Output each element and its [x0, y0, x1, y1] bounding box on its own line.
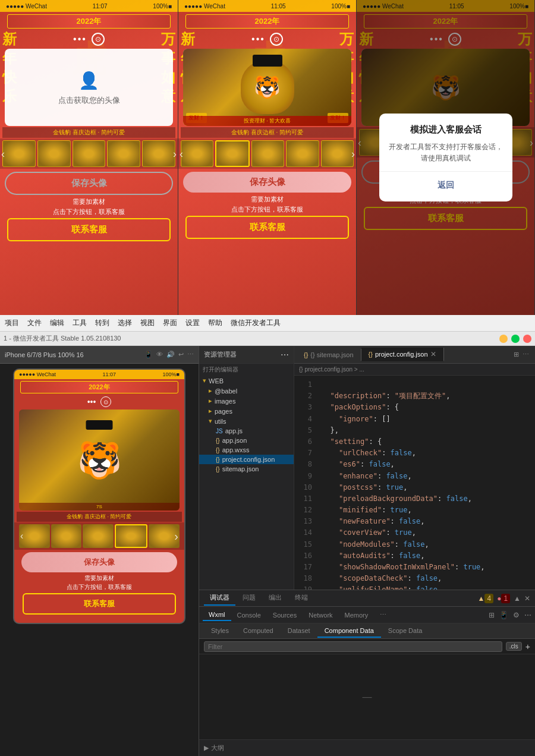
menu-item-help[interactable]: 帮助 — [208, 318, 222, 328]
file-tree-appjson[interactable]: {} app.json — [199, 436, 294, 445]
subtab-computed[interactable]: Computed — [236, 625, 281, 638]
menu-item-project[interactable]: 项目 — [5, 318, 19, 328]
thumb-2[interactable] — [37, 140, 71, 167]
subtab-styles[interactable]: Styles — [204, 625, 236, 638]
camera-icon[interactable]: ⊙ — [92, 33, 105, 46]
wxml-tab-memory[interactable]: Memory — [339, 610, 374, 620]
next-arrow[interactable]: › — [173, 147, 177, 160]
folder-icon-pages: ▸ — [209, 407, 212, 415]
file-tree-babel[interactable]: ▸ @babel — [199, 386, 294, 396]
file-tree-utils[interactable]: ▾ utils — [199, 416, 294, 426]
wxml-tab-wxml[interactable]: Wxml — [203, 609, 231, 621]
prev-arrow[interactable]: ‹ — [1, 147, 5, 160]
tab-close-icon[interactable]: ✕ — [430, 350, 436, 358]
save-btn-2[interactable]: 保存头像 — [183, 172, 351, 193]
three-dots-2[interactable]: ••• — [251, 34, 265, 45]
prev-arrow-2[interactable]: ‹ — [180, 147, 183, 160]
preview-year-banner: 2022年 — [20, 381, 178, 393]
wxml-inspect-icon[interactable]: ⊞ — [489, 611, 495, 619]
thumb-2-1[interactable] — [181, 140, 213, 167]
editor-tab-projectconfig[interactable]: {} project.config.json ✕ — [361, 348, 444, 361]
cls-btn[interactable]: .cls — [506, 642, 522, 651]
menu-item-edit[interactable]: 编辑 — [50, 318, 64, 328]
next-arrow-2[interactable]: › — [351, 147, 355, 160]
file-tree-appwxss[interactable]: {} app.wxss — [199, 445, 294, 455]
file-tree-web[interactable]: ▾ WEB — [199, 376, 294, 386]
eye-icon[interactable]: 👁 — [156, 351, 163, 358]
menu-item-view[interactable]: 视图 — [140, 318, 155, 328]
wxml-tab-network[interactable]: Network — [303, 610, 338, 620]
wxml-settings-icon[interactable]: ⚙ — [513, 611, 520, 619]
preview-cs-btn[interactable]: 联系客服 — [23, 593, 176, 615]
editor-more-icon[interactable]: ⋯ — [523, 351, 529, 358]
file-tree-sitemapjson[interactable]: {} sitemap.json — [199, 464, 294, 474]
back-icon[interactable]: ↩ — [178, 351, 184, 358]
three-dots[interactable]: ••• — [73, 34, 87, 45]
editor-split-icon[interactable]: ⊞ — [514, 351, 519, 358]
preview-status-right: 100%■ — [163, 371, 180, 377]
cs-btn-1[interactable]: 联系客服 — [7, 218, 171, 241]
window-minimize-btn[interactable] — [499, 335, 508, 343]
menu-item-wechat-dev[interactable]: 微信开发者工具 — [231, 318, 281, 328]
preview-thumb[interactable] — [19, 524, 50, 548]
menu-item-ui[interactable]: 界面 — [163, 318, 177, 328]
more-icon[interactable]: ⋯ — [187, 351, 194, 358]
folder-icon-images: ▸ — [209, 397, 212, 405]
sound-icon[interactable]: 🔊 — [166, 351, 175, 358]
thumb-2-2[interactable] — [215, 140, 249, 167]
wxml-tab-sources[interactable]: Sources — [267, 610, 303, 620]
outline-expand[interactable]: ▶ — [204, 744, 209, 752]
devtools-up-icon[interactable]: ▲ — [514, 594, 521, 603]
devtools-tab-debugger[interactable]: 调试器 — [204, 591, 235, 606]
thumb-3[interactable] — [73, 140, 106, 167]
menu-item-goto[interactable]: 转到 — [95, 318, 109, 328]
avatar-area-2[interactable]: 🐯 发财！ 发财！ 投资理财 · 皆大欢喜 — [183, 49, 351, 126]
dialog-box: 模拟进入客服会话 开发者工具暂不支持打开客服会话，请使用真机调试 返回 — [379, 114, 512, 201]
camera-icon-2[interactable]: ⊙ — [270, 33, 283, 46]
thumb-4[interactable] — [107, 140, 140, 167]
wxml-more-icon[interactable]: ⋯ — [524, 611, 531, 619]
thumb-2-5[interactable] — [321, 140, 354, 167]
menu-item-select[interactable]: 选择 — [118, 318, 132, 328]
editor-tab-sitemap[interactable]: {} {} sitemap.json — [297, 349, 361, 361]
filter-input[interactable] — [204, 641, 502, 652]
cs-btn-2[interactable]: 联系客服 — [185, 216, 349, 239]
subtab-scope-data[interactable]: Scope Data — [381, 625, 429, 638]
wxml-tab-more[interactable]: ⋯ — [374, 609, 392, 620]
preview-save-btn[interactable]: 保存头像 — [21, 552, 177, 572]
file-tree-images[interactable]: ▸ images — [199, 396, 294, 406]
preview-next[interactable]: › — [174, 530, 178, 543]
projectconfig-tab-label: project.config.json — [375, 351, 428, 358]
save-btn-1[interactable]: 保存头像 — [5, 172, 173, 195]
dialog-return-btn[interactable]: 返回 — [389, 177, 503, 191]
subtab-component-data[interactable]: Component Data — [317, 625, 381, 638]
menu-item-settings[interactable]: 设置 — [185, 318, 200, 328]
file-tree-projectconfig[interactable]: {} project.config.json — [199, 455, 294, 464]
wxml-tab-bar: Wxml Console Sources Network Memory ⋯ ⊞ … — [199, 607, 535, 623]
preview-thumb[interactable] — [51, 524, 82, 548]
devtools-close-icon[interactable]: ✕ — [524, 594, 530, 603]
subtab-dataset[interactable]: Dataset — [281, 625, 317, 638]
thumb-2-4[interactable] — [286, 140, 319, 167]
avatar-area-1[interactable]: 👤 点击获取您的头像 — [5, 49, 173, 126]
menu-item-tool[interactable]: 工具 — [73, 318, 87, 328]
preview-prev[interactable]: ‹ — [20, 531, 23, 541]
preview-avatar-area[interactable]: 🐯 7S — [19, 410, 180, 511]
devtools-tab-output[interactable]: 编出 — [263, 591, 288, 606]
window-maximize-btn[interactable] — [511, 335, 520, 343]
devtools-tab-problems[interactable]: 问题 — [237, 591, 262, 606]
wxml-tab-console[interactable]: Console — [231, 610, 267, 620]
thumb-5[interactable] — [142, 140, 175, 167]
preview-thumb-selected[interactable] — [115, 524, 148, 548]
menu-item-file[interactable]: 文件 — [27, 318, 42, 328]
file-tree-pages[interactable]: ▸ pages — [199, 406, 294, 416]
file-tree-appjs[interactable]: JS app.js — [199, 426, 294, 436]
dialog-divider — [379, 171, 512, 172]
thumb-2-3[interactable] — [251, 140, 284, 167]
add-style-btn[interactable]: + — [525, 642, 530, 651]
devtools-tab-terminal[interactable]: 终端 — [289, 591, 314, 606]
file-tree-more[interactable]: ⋯ — [281, 350, 289, 360]
window-close-btn[interactable] — [523, 335, 531, 343]
preview-thumb[interactable] — [83, 524, 114, 548]
thumb-1[interactable] — [2, 140, 36, 167]
